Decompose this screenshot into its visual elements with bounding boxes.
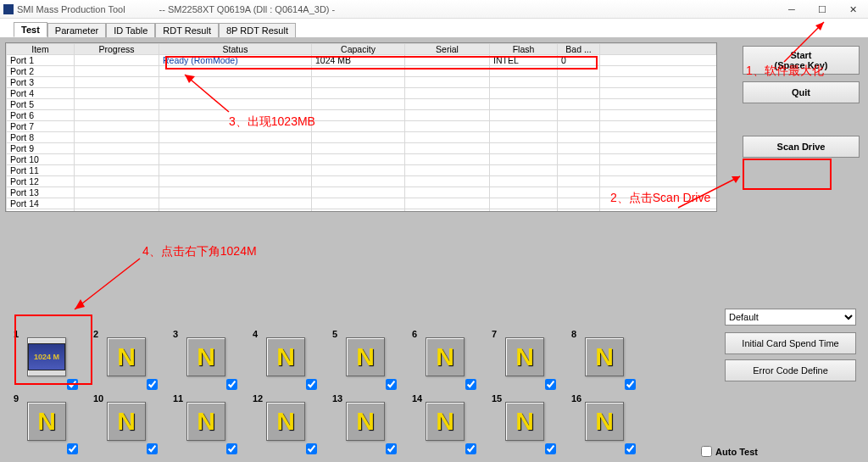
col-capacity: Capacity — [312, 44, 405, 55]
tile-number: 14 — [412, 393, 422, 404]
table-row[interactable]: Port 14 — [7, 198, 716, 209]
table-row[interactable]: Port 6 — [7, 110, 716, 121]
tile-button[interactable]: N — [107, 402, 146, 441]
tile-checkbox[interactable] — [67, 379, 78, 390]
tile-number: 7 — [492, 329, 497, 339]
port-tile: 15N — [487, 393, 566, 458]
port-tile: 16N — [566, 393, 646, 458]
tile-checkbox[interactable] — [226, 379, 237, 390]
tile-button[interactable]: N — [27, 402, 66, 441]
col-progress: Progress — [75, 44, 159, 55]
tile-button[interactable]: N — [426, 402, 465, 441]
tile-button[interactable]: N — [585, 402, 624, 441]
tile-button[interactable]: N — [186, 402, 225, 441]
tile-button[interactable]: N — [107, 337, 146, 376]
tile-checkbox[interactable] — [386, 379, 397, 390]
port-tile: 11N — [168, 393, 248, 458]
col-serial: Serial — [405, 44, 490, 55]
tile-button[interactable]: N — [505, 337, 544, 376]
table-row[interactable]: Port 2 — [7, 66, 716, 77]
port-tile: 13N — [327, 393, 407, 458]
tile-checkbox[interactable] — [306, 443, 317, 454]
tile-number: 12 — [253, 393, 263, 404]
tile-checkbox[interactable] — [625, 379, 636, 390]
auto-test-checkbox[interactable] — [701, 446, 712, 457]
tile-letter: N — [595, 407, 614, 436]
tab-8p-rdt-result[interactable]: 8P RDT Result — [219, 23, 296, 37]
tile-checkbox[interactable] — [147, 443, 158, 454]
close-button[interactable]: ✕ — [837, 0, 868, 19]
tile-checkbox[interactable] — [386, 443, 397, 454]
tile-checkbox[interactable] — [226, 443, 237, 454]
tile-button[interactable]: N — [426, 337, 465, 376]
tile-checkbox[interactable] — [545, 443, 556, 454]
col-status: Status — [159, 44, 312, 55]
tile-button[interactable]: N — [585, 337, 624, 376]
table-row[interactable]: Port 3 — [7, 77, 716, 88]
mode-select[interactable]: Default — [725, 309, 856, 326]
auto-test-row: Auto Test — [701, 446, 758, 457]
window-titlebar: SMI Mass Production Tool -- SM2258XT Q06… — [0, 0, 868, 19]
tile-checkbox[interactable] — [306, 379, 317, 390]
table-row[interactable]: Port 12 — [7, 176, 716, 187]
col-bad: Bad ... — [558, 44, 600, 55]
quit-button[interactable]: Quit — [743, 81, 860, 103]
tile-checkbox[interactable] — [465, 443, 476, 454]
table-row[interactable]: Port 10 — [7, 154, 716, 165]
tab-rdt-result[interactable]: RDT Result — [155, 23, 219, 37]
tab-test[interactable]: Test — [14, 22, 47, 37]
port-tile: 6N — [407, 329, 487, 393]
tile-checkbox[interactable] — [67, 443, 78, 454]
table-row[interactable]: Port 11 — [7, 165, 716, 176]
tile-button[interactable]: N — [505, 402, 544, 441]
col-flash: Flash — [490, 44, 558, 55]
tile-number: 15 — [492, 393, 502, 404]
table-row[interactable]: Port 9 — [7, 143, 716, 154]
tile-letter: N — [515, 407, 534, 436]
scan-drive-button[interactable]: Scan Drive — [743, 136, 860, 158]
table-row[interactable]: Port 8 — [7, 132, 716, 143]
tab-parameter[interactable]: Parameter — [47, 23, 106, 37]
table-header-row: Item Progress Status Capacity Serial Fla… — [7, 44, 716, 55]
tile-number: 4 — [253, 329, 258, 339]
initial-card-button[interactable]: Initial Card Spend Time — [725, 332, 856, 354]
tile-button[interactable]: N — [346, 402, 385, 441]
tile-checkbox[interactable] — [545, 379, 556, 390]
port-tile: 5N — [327, 329, 407, 393]
tile-number: 11 — [173, 393, 183, 404]
table-row[interactable]: Port 1Ready (RomMode)1024 MBINTEL0 — [7, 55, 716, 66]
table-row[interactable]: Port 13 — [7, 187, 716, 198]
port-table: Item Progress Status Capacity Serial Fla… — [5, 42, 717, 212]
main-panel: Item Progress Status Capacity Serial Fla… — [0, 37, 868, 462]
table-row[interactable]: Port 5 — [7, 99, 716, 110]
tile-number: 2 — [93, 329, 98, 339]
tab-id-table[interactable]: ID Table — [106, 23, 155, 37]
start-button[interactable]: Start (Space Key) — [743, 46, 860, 75]
port-tile: 10N — [88, 393, 168, 458]
tile-number: 3 — [173, 329, 178, 339]
tile-button[interactable]: N — [266, 402, 305, 441]
tile-number: 5 — [332, 329, 337, 339]
minimize-button[interactable]: ─ — [776, 0, 807, 19]
tile-letter: N — [117, 407, 136, 436]
tile-checkbox[interactable] — [465, 379, 476, 390]
tile-button[interactable]: N — [346, 337, 385, 376]
tile-button[interactable]: N — [266, 337, 305, 376]
table-row[interactable]: Port 7 — [7, 121, 716, 132]
start-sublabel: (Space Key) — [747, 60, 855, 70]
table-row[interactable]: Port 4 — [7, 88, 716, 99]
tile-letter: N — [276, 342, 295, 371]
auto-test-label: Auto Test — [715, 447, 758, 457]
tile-button[interactable]: 1024 M — [27, 337, 66, 376]
tile-checkbox[interactable] — [625, 443, 636, 454]
port-tile: 2N — [88, 329, 168, 393]
chip-icon: 1024 M — [28, 343, 65, 370]
tile-letter: N — [37, 407, 56, 436]
maximize-button[interactable]: ☐ — [807, 0, 837, 19]
port-tile: 3N — [168, 329, 248, 393]
error-code-button[interactable]: Error Code Define — [725, 359, 856, 381]
table-row[interactable]: Port 15 — [7, 209, 716, 213]
tile-checkbox[interactable] — [147, 379, 158, 390]
tile-button[interactable]: N — [186, 337, 225, 376]
port-tile: 12N — [248, 393, 327, 458]
